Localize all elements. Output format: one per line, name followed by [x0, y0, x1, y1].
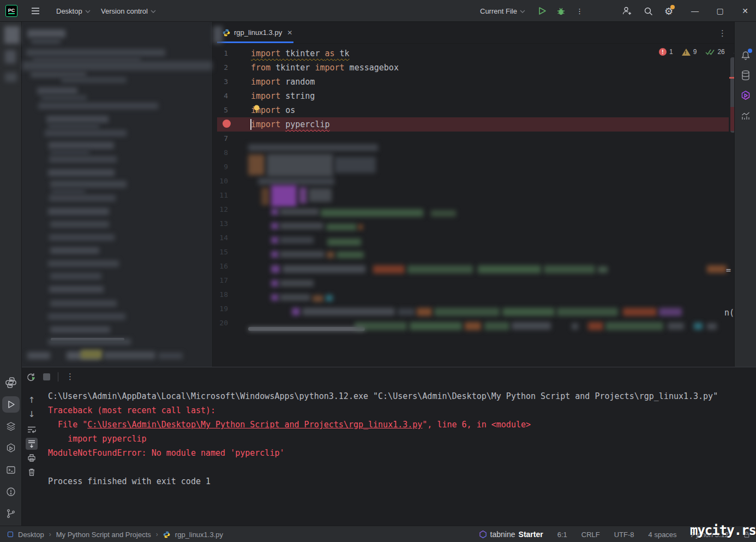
rerun-button[interactable]: [26, 372, 35, 382]
warning-count: 9: [693, 48, 697, 56]
database-tool-button[interactable]: [740, 70, 751, 81]
print-button[interactable]: [27, 453, 37, 463]
python-icon: [5, 377, 16, 388]
intention-bulb-icon[interactable]: [253, 104, 261, 114]
chart-icon: [740, 110, 751, 121]
breadcrumb[interactable]: Desktop › My Python Script and Projects …: [8, 526, 223, 542]
project-tree-panel[interactable]: [22, 22, 213, 367]
tab-options-button[interactable]: ⋮: [718, 28, 727, 38]
endpoints-chart-tool-button[interactable]: [740, 110, 751, 121]
code-line-3: import random: [251, 75, 315, 89]
editor-gutter[interactable]: 123457891011121314151617181920: [213, 44, 235, 367]
notification-badge: [748, 49, 752, 53]
breadcrumb-file[interactable]: rgp_linux1.3.py: [175, 531, 223, 539]
code-editor[interactable]: 123457891011121314151617181920 import tk…: [213, 44, 734, 367]
console-error-line: ModuleNotFoundError: No module named 'py…: [48, 446, 284, 460]
code-line-2: from tkinter import messagebox: [251, 61, 399, 75]
close-button[interactable]: ✕: [734, 0, 756, 22]
code-line-4: import string: [251, 89, 315, 103]
indent-widget[interactable]: 4 spaces: [649, 531, 677, 539]
watermark: mycity.rs: [690, 523, 756, 538]
passed-count: 26: [717, 48, 724, 56]
notifications-button[interactable]: [740, 50, 751, 61]
breakpoint-icon[interactable]: [223, 120, 231, 128]
services-tool-button[interactable]: [5, 421, 16, 432]
breadcrumb-project-folder[interactable]: My Python Script and Projects: [56, 531, 151, 539]
error-count: 1: [669, 48, 673, 56]
maximize-button[interactable]: ▢: [709, 0, 731, 22]
tab-rgp-linux[interactable]: rgp_linux1.3.py ✕: [217, 22, 298, 43]
breadcrumb-desktop[interactable]: Desktop: [18, 531, 44, 539]
database-icon: [740, 70, 751, 81]
more-actions-button[interactable]: ⋮: [576, 0, 583, 22]
editor-horizontal-scrollbar[interactable]: [248, 327, 365, 331]
python-file-icon: [223, 29, 230, 37]
project-horizontal-scrollbar[interactable]: [51, 338, 124, 341]
left-tool-strip: [0, 22, 22, 526]
problems-tool-button[interactable]: [5, 486, 16, 497]
search-everywhere-button[interactable]: [644, 0, 653, 22]
hexagon-play-icon: [5, 443, 16, 454]
ai-assistant-tool-button[interactable]: [740, 90, 751, 101]
play-icon: [538, 7, 547, 15]
play-outline-icon: [5, 399, 16, 410]
clear-console-button[interactable]: [27, 467, 37, 477]
code-with-me-button[interactable]: [622, 0, 632, 22]
layers-icon: [5, 421, 16, 432]
chevron-down-icon: [151, 10, 156, 13]
project-menu-label: Desktop: [56, 7, 82, 15]
tab-close-icon[interactable]: ✕: [287, 29, 292, 37]
problems-icon: [5, 486, 16, 497]
text-caret: [250, 119, 251, 130]
run-console-panel[interactable]: ⋮ ↑ ↓ C:\Users\Admin\AppData\Local\Micro…: [22, 367, 756, 526]
traceback-file-link[interactable]: C:\Users\Admin\Desktop\My Python Script …: [87, 420, 422, 430]
next-occurrence-button[interactable]: ↓: [28, 409, 35, 419]
chevron-down-icon: [85, 10, 91, 13]
toolbar-divider: [58, 372, 58, 382]
line-ending-widget[interactable]: CRLF: [581, 531, 600, 539]
soft-wrap-button[interactable]: [27, 425, 37, 434]
tabnine-label: tabnine: [490, 530, 515, 539]
chevron-down-icon: [520, 10, 525, 13]
console-traceback-line: Traceback (most recent call last):: [48, 403, 215, 418]
console-command-line: C:\Users\Admin\AppData\Local\Microsoft\W…: [48, 389, 718, 403]
python-file-icon: [163, 531, 170, 538]
module-icon: [8, 532, 13, 537]
breadcrumb-separator: ›: [156, 531, 158, 538]
prev-occurrence-button[interactable]: ↑: [28, 395, 35, 405]
run-tool-button[interactable]: [5, 399, 16, 410]
vcs-menu[interactable]: Version control: [101, 0, 156, 22]
right-tool-strip: [734, 22, 756, 367]
checkmarks-icon: [705, 49, 715, 56]
scroll-to-end-button[interactable]: [26, 438, 38, 450]
tab-title: rgp_linux1.3.py: [234, 28, 282, 37]
error-icon: !: [659, 48, 667, 56]
debug-button[interactable]: [556, 0, 566, 22]
minimize-button[interactable]: —: [684, 0, 706, 22]
console-code-line: import pyperclip: [48, 432, 147, 446]
terminal-tool-button[interactable]: [5, 464, 16, 475]
version-control-tool-button[interactable]: [5, 508, 16, 519]
console-exit-line: Process finished with exit code 1: [48, 474, 211, 489]
python-packages-tool-button[interactable]: [5, 377, 16, 388]
hamburger-icon: [31, 7, 40, 15]
caret-position-widget[interactable]: 6:1: [557, 531, 567, 539]
code-line-1: import tkinter as tk: [251, 46, 350, 61]
project-menu[interactable]: Desktop: [56, 0, 91, 22]
terminal-icon: [5, 464, 16, 475]
run-button[interactable]: [538, 0, 547, 22]
settings-button[interactable]: ⚙: [664, 0, 673, 22]
encoding-widget[interactable]: UTF-8: [614, 531, 634, 539]
run-config-selector[interactable]: Current File: [480, 0, 525, 22]
tabnine-widget[interactable]: tabnine Starter: [479, 530, 543, 539]
ai-assistant-icon: [740, 90, 751, 101]
git-branch-icon: [5, 508, 16, 519]
main-menu-button[interactable]: [31, 0, 40, 22]
tabnine-plan: Starter: [519, 530, 543, 539]
console-options-button[interactable]: ⋮: [66, 372, 74, 382]
code-line-6: import pyperclip: [251, 117, 330, 132]
status-bar: Desktop › My Python Script and Projects …: [0, 526, 756, 542]
stop-button[interactable]: [43, 373, 50, 380]
profiler-tool-button[interactable]: [5, 443, 16, 454]
editor-tab-bar: rgp_linux1.3.py ✕ ⋮: [213, 22, 734, 44]
